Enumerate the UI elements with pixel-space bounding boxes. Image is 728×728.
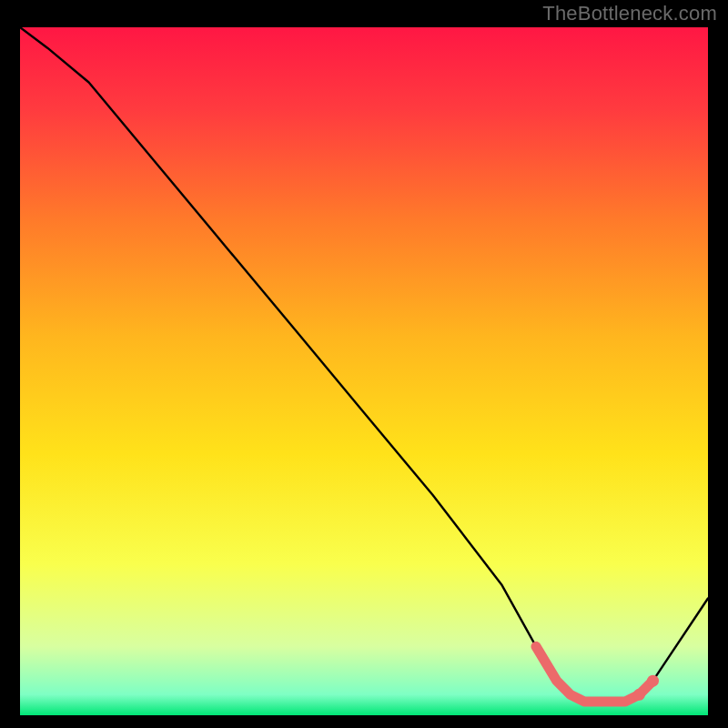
chart-stage: TheBottleneck.com <box>0 0 728 728</box>
bottleneck-chart <box>20 27 708 715</box>
optimal-dot <box>633 689 645 701</box>
optimal-dot <box>647 675 659 687</box>
watermark-text: TheBottleneck.com <box>542 2 717 25</box>
gradient-background <box>20 27 708 715</box>
